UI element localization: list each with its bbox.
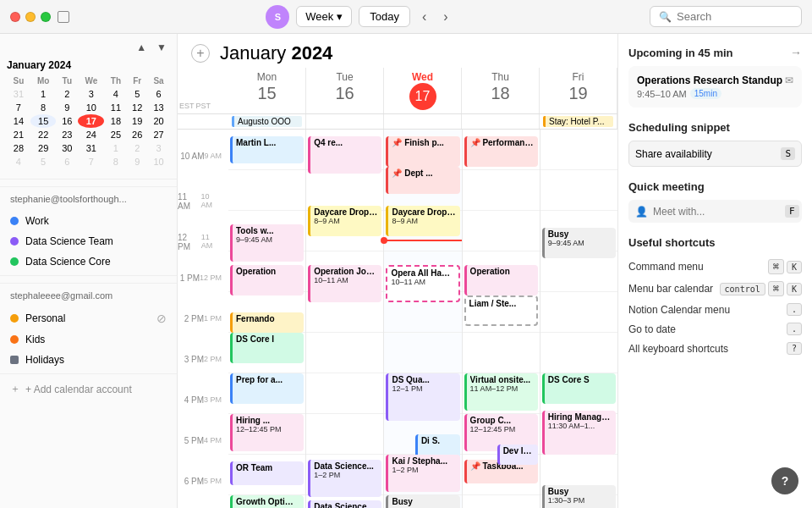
mini-cal-day[interactable]: 5: [127, 87, 147, 101]
operation-john-event[interactable]: Operation John:Step Coffee... 10–11 AM: [308, 265, 381, 302]
sidebar-item-ds-team[interactable]: Data Science Team: [0, 231, 177, 251]
avatar[interactable]: S: [266, 5, 289, 29]
dev-infra-event[interactable]: Dev Infra: [497, 444, 538, 465]
mini-cal-day[interactable]: 24: [78, 128, 104, 141]
hiring-manage-event[interactable]: Hiring Manage... 11:30 AM–1...: [542, 411, 616, 455]
mini-cal-day[interactable]: 6: [147, 87, 170, 101]
week-view-button[interactable]: Week ▾: [296, 6, 352, 27]
sidebar-item-ds-core[interactable]: Data Science Core: [0, 251, 177, 272]
kai-event[interactable]: Kai / Stepha... 1–2 PM: [386, 455, 459, 492]
day-header-tue16[interactable]: Tue 16: [306, 68, 384, 113]
help-button[interactable]: ?: [771, 467, 798, 494]
tools-event[interactable]: Tools w... 9–9:45 AM: [230, 224, 304, 262]
upcoming-event-card[interactable]: Operations Research Standup ✉ 9:45–10 AM…: [628, 66, 802, 108]
all-hands-event[interactable]: Opera All Hands 10–11 AM: [386, 265, 459, 302]
day-header-wed17[interactable]: Wed 17: [384, 68, 462, 113]
mini-cal-day[interactable]: 8: [30, 101, 57, 114]
mini-cal-day[interactable]: 13: [147, 101, 170, 114]
mini-cal-day[interactable]: 11: [104, 101, 127, 114]
mini-cal-day[interactable]: 31: [78, 141, 104, 155]
mini-cal-day[interactable]: 3: [78, 87, 104, 101]
or-team-event[interactable]: OR Team: [230, 461, 304, 485]
mini-cal-day[interactable]: 8: [104, 155, 127, 168]
mini-cal-day[interactable]: 30: [56, 141, 78, 155]
busy-fri-event[interactable]: Busy 9–9:45 AM: [542, 228, 616, 258]
mini-cal-day[interactable]: 22: [30, 128, 57, 141]
search-input[interactable]: [677, 10, 795, 23]
mini-cal-day[interactable]: 21: [7, 128, 30, 141]
perf-review-event[interactable]: 📌 Performance review talks: [464, 136, 538, 167]
martin-event[interactable]: Martin L...: [230, 136, 304, 163]
add-calendar-button[interactable]: ＋ + Add calendar account: [0, 378, 177, 400]
sidebar-item-kids[interactable]: Kids: [0, 329, 177, 350]
q4-event[interactable]: Q4 re...: [308, 136, 381, 174]
operation-event-mon[interactable]: Operation: [230, 265, 304, 295]
finish-p-event[interactable]: 📌 Finish p...: [386, 136, 459, 167]
mini-cal-day[interactable]: 31: [7, 87, 30, 101]
mini-cal-day[interactable]: 9: [127, 155, 147, 168]
growth-event[interactable]: Growth Optimiz... 2–3 PM: [230, 495, 304, 508]
data-science-tue[interactable]: Data Science... 1–2 PM: [308, 460, 381, 497]
mini-cal-day[interactable]: 7: [7, 101, 30, 114]
maximize-traffic-dot[interactable]: [41, 12, 51, 22]
hiring-event-mon[interactable]: Hiring ... 12–12:45 PM: [230, 414, 304, 451]
mini-cal-day[interactable]: 28: [7, 141, 30, 155]
mini-cal-day[interactable]: 23: [56, 128, 78, 141]
mini-cal-day[interactable]: 12: [127, 101, 147, 114]
mini-cal-day[interactable]: 4: [104, 87, 127, 101]
data-science-tue2[interactable]: Data Science... 2–3 PM: [308, 500, 381, 508]
today-button[interactable]: Today: [359, 6, 410, 27]
virtual-onsite-event[interactable]: Virtual onsite... 11 AM–12 PM: [464, 373, 538, 411]
day-header-thu18[interactable]: Thu 18: [462, 68, 540, 113]
mini-cal-day[interactable]: 18: [104, 114, 127, 128]
mini-cal-day[interactable]: 25: [104, 128, 127, 141]
augusto-ooo-event[interactable]: Augusto OOO: [232, 116, 302, 127]
fernando-event[interactable]: Fernando: [230, 312, 304, 333]
mini-cal-day[interactable]: 14: [7, 114, 30, 128]
close-traffic-dot[interactable]: [10, 12, 20, 22]
busy-fri-130-event[interactable]: Busy 1:30–3 PM: [542, 485, 616, 508]
mini-cal-day[interactable]: 15: [30, 114, 57, 128]
mini-cal-day[interactable]: 19: [127, 114, 147, 128]
sidebar-item-work[interactable]: Work: [0, 211, 177, 231]
liam-event[interactable]: Liam / Ste...: [464, 295, 538, 326]
mini-cal-day[interactable]: 10: [78, 101, 104, 114]
mini-cal-day[interactable]: 5: [30, 155, 57, 168]
mini-cal-day[interactable]: 1: [30, 87, 57, 101]
minimize-traffic-dot[interactable]: [25, 12, 36, 22]
mini-cal-day[interactable]: 26: [127, 128, 147, 141]
mini-cal-day[interactable]: 29: [30, 141, 57, 155]
mini-cal-day[interactable]: 27: [147, 128, 170, 141]
mini-cal-day[interactable]: 10: [147, 155, 170, 168]
mini-cal-day[interactable]: 17: [78, 114, 104, 128]
day-header-mon15[interactable]: Mon 15: [228, 68, 306, 113]
ds-core-fri-event[interactable]: DS Core S: [542, 373, 616, 404]
add-event-button[interactable]: +: [191, 44, 210, 63]
personal-hide-icon[interactable]: ⊘: [156, 312, 167, 325]
mini-cal-day[interactable]: 20: [147, 114, 170, 128]
ds-qua-event[interactable]: DS Qua... 12–1 PM: [386, 373, 459, 421]
mini-cal-day[interactable]: 6: [56, 155, 78, 168]
daycare-tue[interactable]: Daycare Dropoff 8–9 AM: [308, 206, 381, 236]
stay-hotel-event[interactable]: Stay: Hotel P...: [543, 116, 613, 127]
daycare-wed[interactable]: Daycare Dropoff 8–9 AM: [386, 206, 459, 236]
day-header-fri19[interactable]: Fri 19: [540, 68, 617, 113]
prev-week-button[interactable]: ‹: [417, 8, 431, 26]
sidebar-up-arrow[interactable]: ▲: [133, 41, 150, 54]
prep-event[interactable]: Prep for a...: [230, 373, 304, 404]
sidebar-down-arrow[interactable]: ▼: [153, 41, 170, 54]
mini-cal-day[interactable]: 3: [147, 141, 170, 155]
mini-cal-day[interactable]: 1: [104, 141, 127, 155]
operation-thu-event[interactable]: Operation: [464, 265, 538, 295]
share-availability-button[interactable]: Share availability S: [628, 141, 802, 167]
mini-cal-day[interactable]: 2: [127, 141, 147, 155]
mini-cal-day[interactable]: 16: [56, 114, 78, 128]
sidebar-toggle-icon[interactable]: [58, 11, 69, 23]
mini-cal-day[interactable]: 2: [56, 87, 78, 101]
ds-core-event-mon[interactable]: DS Core I: [230, 333, 304, 363]
mini-cal-day[interactable]: 7: [78, 155, 104, 168]
personal-left[interactable]: Personal: [10, 312, 65, 324]
dept-event[interactable]: 📌 Dept ...: [386, 167, 459, 194]
mini-cal-day[interactable]: 4: [7, 155, 30, 168]
upcoming-arrow[interactable]: →: [790, 46, 802, 59]
